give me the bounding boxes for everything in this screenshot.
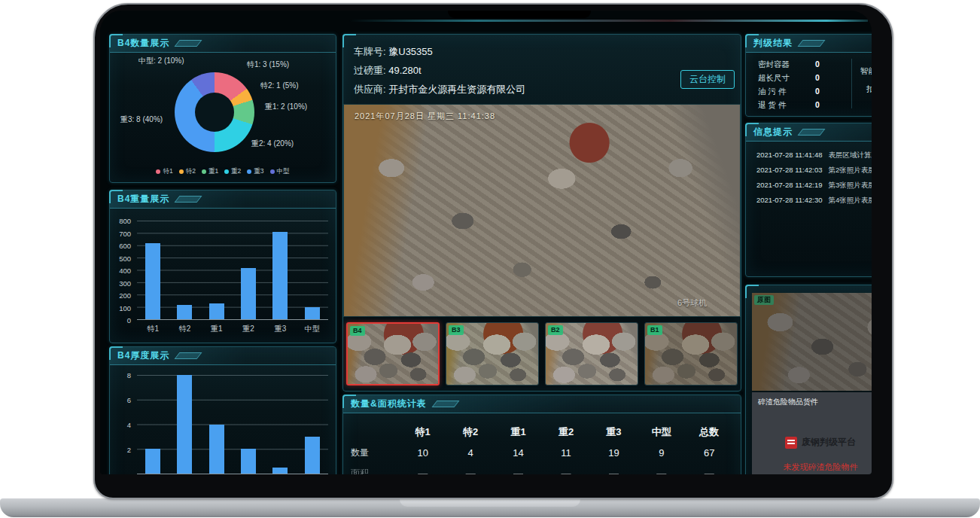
grading-value: 0 xyxy=(815,100,820,109)
legend-item: 中型 xyxy=(270,167,290,176)
message-text: 第4张照片表层开始 xyxy=(829,196,872,204)
thumbnail-badge: B1 xyxy=(647,325,662,335)
platform-brand: 废钢判级平台 xyxy=(752,436,872,449)
table-cell: — xyxy=(590,468,638,474)
thickness-panel: B4厚度展示 2468 特1特2重1重2重3中型 xyxy=(109,346,336,474)
table-cell: 4 xyxy=(446,447,494,459)
messages-panel: 信息提示 2021-07-28 11:41:48表层区域计算成功 2021-07… xyxy=(745,123,872,277)
grading-label: 超长尺寸 xyxy=(758,73,790,82)
bar xyxy=(241,268,256,319)
x-category-label: 重2 xyxy=(233,324,264,334)
bar xyxy=(241,449,256,474)
legend-item: 重2 xyxy=(224,167,241,176)
donut-legend: 特1特2重1重2重3中型 xyxy=(110,167,336,176)
y-tick-label: 4 xyxy=(127,421,131,429)
message-time: 2021-07-28 11:42:03 xyxy=(756,166,823,174)
main-camera-image: 2021年07月28日 星期三 11:41:38 6号球机 xyxy=(343,104,741,317)
bar xyxy=(305,307,320,319)
original-image-badge: 原图 xyxy=(754,295,774,305)
legend-dot xyxy=(270,169,275,174)
supplier-value: 开封市金火源再生资源有限公司 xyxy=(388,84,525,95)
table-cell: — xyxy=(638,468,685,474)
table-cell: 9 xyxy=(638,447,685,459)
stats-table: 特1 特2 重1 重2 重3 中型 总数 数量 10 4 14 11 19 9 … xyxy=(351,425,733,474)
bar xyxy=(177,305,192,319)
thumbnail-badge: B3 xyxy=(449,325,464,335)
supplier-row: 供应商: 开封市金火源再生资源有限公司 xyxy=(354,83,525,96)
legend-dot xyxy=(247,169,251,174)
message-text: 第3张照片表层开始 xyxy=(829,181,872,189)
camera-notch xyxy=(448,11,591,18)
legend-dot xyxy=(224,169,229,174)
message-time: 2021-07-28 11:42:19 xyxy=(756,181,823,189)
y-tick-label: 8 xyxy=(127,371,131,379)
detection-result-box: 碎渣危险物品货件 废钢判级平台 未发现碎渣危险物件 xyxy=(752,392,872,474)
x-category-label: 中型 xyxy=(297,324,328,334)
thumbnail-b2[interactable]: B2 xyxy=(545,322,638,385)
supplier-label: 供应商: xyxy=(354,84,386,95)
weight-y-axis: 0100200300400500600700800 xyxy=(113,221,132,320)
grading-item: 退 货 件 0 xyxy=(758,100,786,111)
ptz-control-button[interactable]: 云台控制 xyxy=(680,70,735,89)
legend-item: 特1 xyxy=(156,167,172,176)
legend-dot xyxy=(179,169,184,174)
donut-callout: 中型: 2 (10%) xyxy=(138,56,184,66)
thumbnail-b3[interactable]: B3 xyxy=(446,322,539,385)
row-label: 数量 xyxy=(351,446,399,459)
table-cell: — xyxy=(446,468,494,474)
weight-bar-plot xyxy=(137,221,328,320)
grading-label: 退 货 件 xyxy=(758,100,786,109)
header-deco xyxy=(431,401,459,407)
message-time: 2021-07-28 11:42:30 xyxy=(756,196,823,204)
thumbnail-b4[interactable]: B4 xyxy=(346,322,440,385)
weight-panel-title: B4重量展示 xyxy=(110,193,169,206)
message-text: 第2张照片表层开始 xyxy=(829,166,872,174)
row-label: 面积 xyxy=(351,467,399,474)
weight-x-axis: 特1特2重1重2重3中型 xyxy=(137,324,328,334)
message-item: 2021-07-28 11:42:30第4张照片表层开始 xyxy=(756,196,872,206)
bar xyxy=(145,449,160,474)
plate-value: 豫U35355 xyxy=(388,46,433,57)
thumbnail-b1[interactable]: B1 xyxy=(644,322,738,385)
y-tick-label: 800 xyxy=(119,217,131,225)
donut-callout: 重1: 2 (10%) xyxy=(265,102,307,112)
viewer-panel: 车牌号: 豫U35355 过磅重: 49.280t 供应商: 开封市金火源再生资… xyxy=(342,34,741,392)
image-timestamp: 2021年07月28日 星期三 11:41:38 xyxy=(355,111,495,122)
table-cell: 14 xyxy=(495,447,542,459)
quantity-panel-header: B4数量展示 xyxy=(110,35,336,53)
header-deco xyxy=(797,129,825,136)
legend-item: 特2 xyxy=(179,167,196,176)
grading-panel: 判级结果 密封容器 0 超长尺寸 0 油 污 件 0 退 货 件 0 智能判级:… xyxy=(745,34,872,117)
original-image: 原图 xyxy=(752,293,872,391)
donut-callout: 重2: 4 (20%) xyxy=(251,139,294,149)
messages-panel-title: 信息提示 xyxy=(746,126,793,139)
grading-value: 0 xyxy=(815,87,820,96)
camera-name-label: 6号球机 xyxy=(677,297,707,309)
table-cell: — xyxy=(399,468,446,474)
thickness-panel-title: B4厚度展示 xyxy=(110,349,169,362)
message-time: 2021-07-28 11:41:48 xyxy=(756,151,823,159)
y-tick-label: 6 xyxy=(127,396,131,404)
bar xyxy=(209,425,224,474)
table-cell: 19 xyxy=(590,447,638,459)
laptop-mockup: B4数量展示 特1: 3 (15%) 特2: 1 (5%) 重1: 2 (10%… xyxy=(0,0,980,518)
header-deco xyxy=(175,352,202,359)
weight-panel-header: B4重量展示 xyxy=(110,190,336,209)
bar xyxy=(209,303,224,319)
legend-item: 重1 xyxy=(202,167,218,176)
table-cell: — xyxy=(542,468,589,474)
table-cell: — xyxy=(495,468,542,474)
grading-value: 0 xyxy=(815,59,820,69)
bar xyxy=(145,243,160,319)
detection-panel: 原图 碎渣危险物品货件 废钢判级平台 未发现碎渣危险物件 xyxy=(745,285,872,474)
col-header: 特2 xyxy=(446,425,494,439)
bar xyxy=(305,437,320,474)
plate-row: 车牌号: 豫U35355 xyxy=(354,45,433,59)
x-category-label: 特1 xyxy=(137,324,169,334)
header-deco xyxy=(175,196,202,203)
table-cell: 11 xyxy=(542,447,589,459)
laptop-base-notch xyxy=(400,498,580,507)
y-tick-label: 0 xyxy=(127,316,131,325)
thumbnail-strip: B4 B3 B2 B1 xyxy=(346,322,738,385)
y-tick-label: 400 xyxy=(119,267,131,275)
